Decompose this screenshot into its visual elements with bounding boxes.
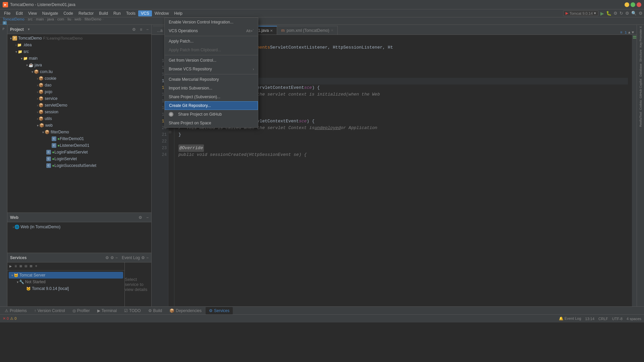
vcs-menu-create-git[interactable]: Create Git Repository... xyxy=(165,101,258,110)
project-more-btn[interactable]: − xyxy=(146,27,149,32)
vcs-menu-apply-patch[interactable]: Apply Patch... xyxy=(165,37,258,46)
menu-refactor[interactable]: Refactor xyxy=(76,10,96,16)
svc-filter2-btn[interactable]: ⊟ xyxy=(24,264,28,269)
svc-item-tomcat-instance[interactable]: 🐱 Tomcat 9.0.14 [local] xyxy=(9,285,123,292)
vcs-menu-share-svn[interactable]: Share Project (Subversion)... xyxy=(165,93,258,101)
services-gear-icon[interactable]: ⚙ xyxy=(110,255,114,260)
web-panel-settings[interactable]: ⚙ xyxy=(139,215,142,220)
bottom-tab-profiler[interactable]: ◎ Profiler xyxy=(69,307,93,314)
bottom-tab-services[interactable]: ⚙ Services xyxy=(206,307,233,314)
menu-help[interactable]: Help xyxy=(171,10,185,16)
tree-item-service[interactable]: › 📦 service xyxy=(7,95,151,102)
indent-indicator[interactable]: 4 spaces xyxy=(627,317,641,321)
toolbar-run-btn[interactable]: ▶ xyxy=(600,11,604,16)
vcs-menu-get-vcs[interactable]: Get from Version Control... xyxy=(165,56,258,65)
close-button[interactable] xyxy=(637,2,641,7)
menu-build[interactable]: Build xyxy=(96,10,111,16)
tree-item-servletdemo[interactable]: › 📦 servletDemo xyxy=(7,102,151,109)
line-ending-indicator[interactable]: CRLF xyxy=(598,317,608,321)
sidebar-github-copilot[interactable]: GitHub Copilot xyxy=(639,78,642,99)
sidebar-key-promoter[interactable]: Key Promoter X xyxy=(639,25,642,48)
services-minimize-icon[interactable]: − xyxy=(115,255,118,260)
vcs-menu-mercurial[interactable]: Create Mercurial Repository xyxy=(165,75,258,84)
tree-item-listenerdemo01[interactable]: C ● ListenerDemo01 xyxy=(7,142,151,149)
line-col-indicator[interactable]: 13:14 xyxy=(585,317,595,321)
project-settings-btn[interactable]: ⚙ xyxy=(132,27,136,32)
project-sidebar-toggle[interactable]: P xyxy=(1,26,7,32)
event-log-settings[interactable]: ⚙ xyxy=(141,255,145,260)
svc-add-btn[interactable]: + xyxy=(34,264,38,269)
menu-navigate[interactable]: Navigate xyxy=(40,10,61,16)
toolbar-debug-btn[interactable]: 🐛 xyxy=(606,11,611,16)
sidebar-restful[interactable]: RestfulTool xyxy=(639,111,642,128)
svc-item-notstarted[interactable]: ▾ 🔧 Not Started xyxy=(9,279,123,285)
sidebar-codota[interactable]: Codota xyxy=(639,100,642,111)
svc-filter-btn[interactable]: ⊞ xyxy=(19,264,22,269)
tab-pomxml[interactable]: m pom.xml (TomcatDemo) ✕ xyxy=(277,26,337,35)
sidebar-structure[interactable]: Structure xyxy=(639,49,642,63)
sidebar-database[interactable]: Database xyxy=(639,63,642,77)
tree-item-utils[interactable]: › 📦 utils xyxy=(7,115,151,122)
toolbar-more-btn[interactable]: ⚙ xyxy=(613,11,618,16)
status-warnings[interactable]: ⚠ 0 xyxy=(10,316,16,321)
fold-21[interactable]: □ xyxy=(169,130,171,134)
tree-item-filterdemo01[interactable]: C ● FilterDemo01 xyxy=(7,135,151,142)
editor-scroll-down[interactable]: ▼ xyxy=(632,31,634,35)
project-collapse-btn[interactable]: ≡ xyxy=(140,27,142,32)
menu-file[interactable]: File xyxy=(1,10,13,16)
menu-view[interactable]: View xyxy=(25,10,40,16)
menu-code[interactable]: Code xyxy=(61,10,76,16)
vcs-menu-browse-repo[interactable]: Browse VCS Repository › xyxy=(165,65,258,73)
svc-item-tomcat[interactable]: ▾ 🐱 Tomcat Server xyxy=(9,272,123,279)
services-settings-icon[interactable]: ⚙ xyxy=(105,255,109,260)
tree-item-src[interactable]: ▾ 📁 src xyxy=(7,48,151,55)
tree-item-dao[interactable]: › 📦 dao xyxy=(7,82,151,88)
vcs-menu-vcs-operations[interactable]: VCS Operations Alt+` xyxy=(165,26,258,35)
svc-run-btn[interactable]: ▶ xyxy=(9,264,12,269)
toolbar-settings-btn[interactable]: ⚙ xyxy=(625,11,629,16)
tree-item-java[interactable]: ▾ ☕ java xyxy=(7,62,151,68)
event-log-label[interactable]: Event Log xyxy=(122,255,140,260)
menu-vcs[interactable]: VCS xyxy=(138,10,152,16)
toolbar-update-btn[interactable]: ↻ xyxy=(620,11,623,16)
tab-listenerdemo01-close[interactable]: ✕ xyxy=(270,29,273,33)
tree-item-loginservlet[interactable]: C ● LoginServlet xyxy=(7,156,151,162)
vcs-menu-share-space[interactable]: Share Project on Space xyxy=(165,119,258,127)
bottom-tab-dependencies[interactable]: 📦 Dependencies xyxy=(166,307,205,314)
web-tree-item[interactable]: › 🌐 Web (in TomcatDemo) xyxy=(10,224,149,230)
status-errors[interactable]: ✕ 0 xyxy=(3,316,9,321)
tree-item-comliu[interactable]: ▾ 📦 com.liu xyxy=(7,68,151,75)
vcs-menu-enable-vci[interactable]: Enable Version Control Integration... xyxy=(165,18,258,26)
menu-edit[interactable]: Edit xyxy=(13,10,25,16)
event-log-btn[interactable]: 🔔 Event Log xyxy=(559,316,581,321)
tree-item-web[interactable]: ▾ 📦 web xyxy=(7,122,151,129)
toolbar-search-btn[interactable]: 🔍 xyxy=(631,11,637,16)
editor-scroll-up[interactable]: ▲ xyxy=(628,31,631,35)
tree-item-filterdemo[interactable]: ▾ 📦 filterDemo xyxy=(7,129,151,135)
bottom-tab-versioncontrol[interactable]: ↑ Version Control xyxy=(31,307,68,314)
event-log-close[interactable]: − xyxy=(146,255,149,260)
tree-item-main[interactable]: ▾ 📁 main xyxy=(7,55,151,62)
toolbar-gear-btn[interactable]: ⚙ xyxy=(639,11,643,16)
menu-run[interactable]: Run xyxy=(111,10,123,16)
tree-item-idea[interactable]: › 📁 .idea xyxy=(7,42,151,48)
svc-filter3-btn[interactable]: ⊠ xyxy=(29,264,33,269)
tree-item-tomcatdemo[interactable]: ▾ P TomcatDemo F:\Learing\TomcatDemo xyxy=(7,35,151,42)
bottom-tab-terminal[interactable]: ▶ Terminal xyxy=(94,307,120,314)
encoding-indicator[interactable]: UTF-8 xyxy=(612,317,623,321)
tree-item-loginsuccessful[interactable]: C ● LoginSuccessfulServlet xyxy=(7,162,151,169)
maximize-button[interactable] xyxy=(631,2,635,7)
web-panel-close[interactable]: − xyxy=(146,215,149,220)
tree-item-cookie[interactable]: › 📦 cookie xyxy=(7,75,151,82)
svc-arrange-btn[interactable]: ≡ xyxy=(14,264,17,269)
tab-pomxml-close[interactable]: ✕ xyxy=(331,28,333,32)
tree-item-loginfailed[interactable]: C ● LoginFailedServlet xyxy=(7,149,151,156)
minimize-button[interactable] xyxy=(625,2,629,7)
bottom-tab-problems[interactable]: ⚠ Problems xyxy=(1,307,30,314)
menu-tools[interactable]: Tools xyxy=(123,10,138,16)
bottom-tab-todo[interactable]: ☑ TODO xyxy=(121,307,144,314)
tree-item-session[interactable]: › 📦 session xyxy=(7,109,151,115)
tree-item-pojo[interactable]: › 📦 pojo xyxy=(7,88,151,95)
toolbar-run-config[interactable]: ▶ Tomcat 9.0.14 ▾ xyxy=(563,10,598,16)
bottom-tab-build[interactable]: ⚙ Build xyxy=(145,307,166,314)
